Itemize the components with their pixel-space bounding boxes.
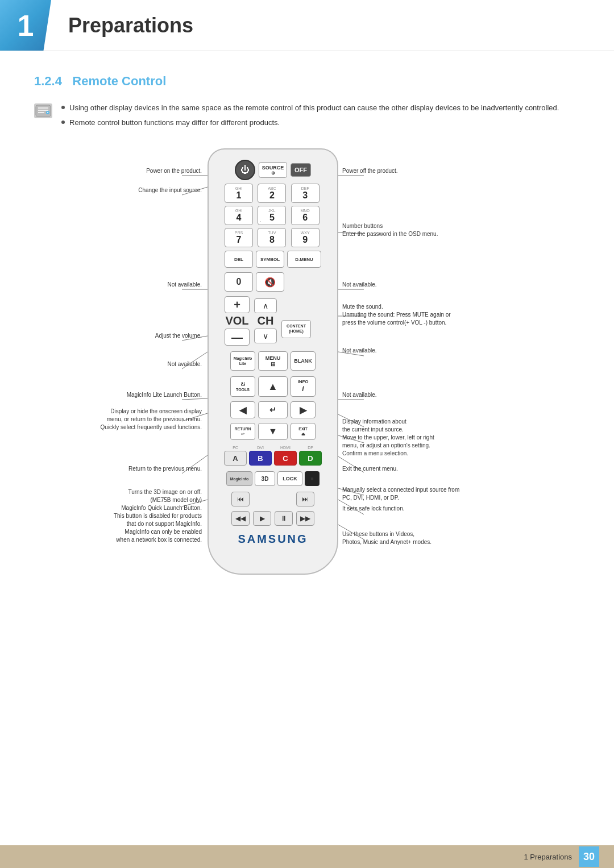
media-ff-button[interactable]: ▶▶ <box>296 511 314 526</box>
footer-page-number: 30 <box>579 846 599 867</box>
media-spacer2 <box>275 492 293 506</box>
dmenu-button[interactable]: D.MENU <box>287 251 321 268</box>
num-9-button[interactable]: WXY9 <box>291 228 320 247</box>
num-3-button[interactable]: DEF3 <box>291 184 320 203</box>
num-4-button[interactable]: GHI4 <box>225 206 253 225</box>
ann-right-not-avail3: Not available. <box>342 392 530 398</box>
num-5-button[interactable]: JKL5· <box>258 206 286 225</box>
note-text-2: Remote control button functions may diff… <box>69 117 280 128</box>
ann-right-abcd: Manually select a connected input source… <box>342 486 530 502</box>
diagram-inner: Power on the product. Change the input s… <box>85 143 529 609</box>
magicinfo-quick-button[interactable]: MagicInfo <box>226 471 252 486</box>
num-0-button[interactable]: 0 <box>225 272 253 292</box>
menu-button[interactable]: MENU ⊞ <box>258 351 288 371</box>
ann-right-not-avail2: Not available. <box>342 347 530 354</box>
power-off-button[interactable]: OFF <box>291 163 311 177</box>
menu-row: MagicInfoLite MENU ⊞ BLANK <box>217 351 329 371</box>
ann-left-input: Change the input source. <box>85 187 202 193</box>
bullet-dot-2 <box>61 121 65 124</box>
chapter-title-text: Preparations <box>68 14 193 38</box>
chapter-number-text: 1 <box>18 9 34 43</box>
vol-up-button[interactable]: + <box>225 296 250 313</box>
ch-down-button[interactable]: ∨ <box>254 329 277 343</box>
note-item-1: Using other display devices in the same … <box>61 102 580 114</box>
btn-3d-button[interactable]: 3D <box>255 471 275 486</box>
power-on-button[interactable]: ⏻ <box>235 160 255 180</box>
content-home: CONTENT(HOME) <box>281 320 311 338</box>
content-home-button[interactable]: CONTENT(HOME) <box>281 320 311 338</box>
page-header: 1 Preparations <box>0 0 614 51</box>
return-row: RETURN↩ ▼ EXIT⏏ <box>217 423 329 440</box>
magicinfo-lite-button[interactable]: MagicInfoLite <box>230 351 255 371</box>
right-arrow-button[interactable]: ▶ <box>291 401 316 418</box>
ann-left-return: Return to the previous menu. <box>85 466 202 472</box>
ann-right-numbtns: Number buttonsEnter the password in the … <box>342 222 530 238</box>
info-button[interactable]: INFOi <box>291 376 316 397</box>
exit-button[interactable]: EXIT⏏ <box>291 423 316 440</box>
note-text-1: Using other display devices in the same … <box>69 102 559 114</box>
num-1-button[interactable]: GHI1 <box>225 184 253 203</box>
ann-right-power-off: Power off the product. <box>342 168 530 174</box>
svg-rect-0 <box>36 105 51 117</box>
return-button[interactable]: RETURN↩ <box>230 423 255 440</box>
label-pc: PC <box>224 446 247 450</box>
num-6-button[interactable]: MNO6 <box>291 206 320 225</box>
ch-label: CH <box>258 314 274 327</box>
down-arrow-button[interactable]: ▼ <box>258 423 288 440</box>
mute-button[interactable]: 🔇 <box>256 272 284 292</box>
remote-control: ⏻ SOURCE ⊕ OFF GHI1 ABC2 DEF3 GHI4 JKL5·… <box>208 148 338 575</box>
vol-controls: + VOL — <box>225 296 250 346</box>
num-7-button[interactable]: PRS7 <box>225 228 253 247</box>
media-pause-button[interactable]: ⏸ <box>275 511 293 526</box>
ann-left-not-avail2: Not available. <box>85 361 202 367</box>
media-next-button[interactable]: ⏭ <box>296 492 314 506</box>
note-block: Using other display devices in the same … <box>34 102 580 131</box>
label-dp: DP <box>299 446 322 450</box>
up-arrow-button[interactable]: ▲ <box>258 376 288 397</box>
label-dvi: DVI <box>249 446 272 450</box>
media-play-button[interactable]: ▶ <box>253 511 271 526</box>
abcd-section: PC DVI HDMI DP A B C D <box>224 446 322 466</box>
remote-row-power: ⏻ SOURCE ⊕ OFF <box>217 160 329 180</box>
chapter-title: Preparations <box>51 0 193 51</box>
vol-ch-area: + VOL — ∧ CH ∨ CONTENT(HOME) <box>225 296 321 346</box>
ann-right-not-avail1: Not available. <box>342 281 530 288</box>
ann-right-mute: Mute the sound.Unmuting the sound: Press… <box>342 303 530 327</box>
btn-c-button[interactable]: C <box>274 451 297 466</box>
blank-button[interactable]: BLANK <box>291 351 316 371</box>
media-prev-button[interactable]: ⏮ <box>231 492 250 506</box>
media-rewind-button[interactable]: ◀◀ <box>231 511 250 526</box>
ann-left-magicinfo: MagicInfo Lite Launch Button. <box>85 392 202 398</box>
diagram-area: Power on the product. Change the input s… <box>34 143 580 609</box>
zero-mute-row: 0 🔇 <box>225 272 321 292</box>
lock-button[interactable]: LOCK <box>277 471 302 486</box>
btn-b-button[interactable]: B <box>249 451 272 466</box>
symbol-button[interactable]: SYMBOL <box>256 251 284 268</box>
section-number: 1.2.4 <box>34 74 62 88</box>
vol-down-button[interactable]: — <box>225 329 250 346</box>
ch-up-button[interactable]: ∧ <box>254 298 277 313</box>
samsung-logo: SAMSUNG <box>238 533 308 546</box>
btn-d-button[interactable]: D <box>299 451 322 466</box>
ann-left-not-avail1: Not available. <box>85 281 202 288</box>
tools-button[interactable]: 🗘 TOOLS <box>230 376 255 397</box>
note-item-2: Remote control button functions may diff… <box>61 117 580 128</box>
num-2-button[interactable]: ABC2 <box>258 184 286 203</box>
ann-right-info: Display information aboutthe current inp… <box>342 418 530 434</box>
vol-label: VOL <box>225 314 248 327</box>
main-content: 1.2.4 Remote Control Using other display… <box>0 51 614 632</box>
abcd-buttons: A B C D <box>224 451 322 466</box>
ann-right-exit: Exit the current menu. <box>342 466 530 472</box>
bullet-dot-1 <box>61 106 65 109</box>
black-button[interactable]: ■ <box>305 471 320 486</box>
btn-a-button[interactable]: A <box>224 451 247 466</box>
ann-left-menu: Display or hide the onscreen displaymenu… <box>85 408 202 431</box>
media-row-2: ◀◀ ▶ ⏸ ▶▶ <box>217 511 329 526</box>
abcd-labels: PC DVI HDMI DP <box>224 446 322 450</box>
left-arrow-button[interactable]: ◀ <box>230 401 255 418</box>
source-button[interactable]: SOURCE ⊕ <box>259 162 287 178</box>
ann-left-power-on: Power on the product. <box>85 168 202 174</box>
ok-button[interactable]: ↵ <box>258 401 288 418</box>
del-button[interactable]: DEL <box>225 251 253 268</box>
num-8-button[interactable]: TUV8 <box>258 228 286 247</box>
